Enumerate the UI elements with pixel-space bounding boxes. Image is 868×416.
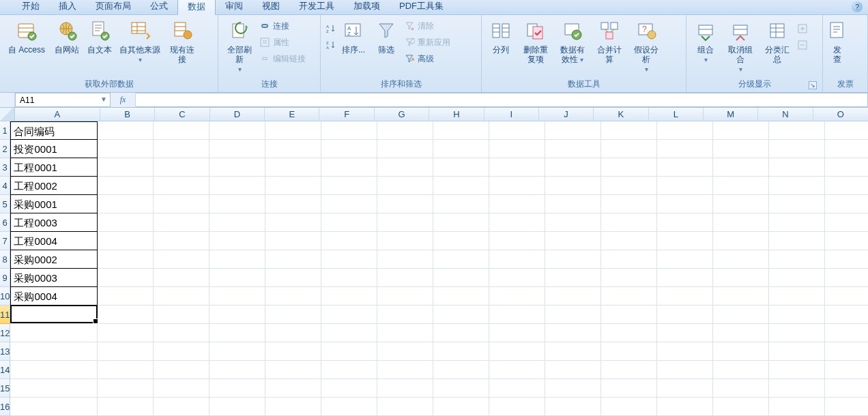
row-header[interactable]: 13 [0, 342, 10, 361]
cell[interactable] [209, 306, 265, 324]
cell[interactable] [713, 177, 769, 195]
cell[interactable] [713, 269, 769, 287]
cell[interactable] [209, 361, 265, 379]
cell[interactable] [98, 324, 154, 342]
cell[interactable] [601, 140, 657, 158]
cell[interactable] [321, 195, 377, 213]
cell[interactable] [769, 121, 825, 140]
cell[interactable] [377, 324, 433, 342]
cell[interactable] [657, 250, 713, 269]
cell[interactable] [377, 250, 433, 269]
cell[interactable] [10, 361, 98, 379]
cell[interactable] [545, 306, 601, 324]
cell[interactable] [10, 306, 98, 324]
cell[interactable] [489, 361, 545, 379]
cell[interactable] [545, 379, 601, 398]
cell[interactable] [657, 361, 713, 379]
text-to-columns-button[interactable]: 分列 [486, 18, 516, 72]
cell[interactable] [98, 213, 154, 232]
ungroup-button[interactable]: 取消组合 [723, 18, 757, 74]
cell[interactable] [321, 306, 377, 324]
cell[interactable] [657, 287, 713, 306]
col-header[interactable]: G [375, 108, 429, 121]
cell[interactable] [713, 121, 769, 140]
cell[interactable] [377, 232, 433, 250]
cell[interactable] [601, 306, 657, 324]
cell[interactable]: 工程0003 [10, 213, 98, 232]
tab-addins[interactable]: 加载项 [344, 0, 390, 14]
cell[interactable] [545, 177, 601, 195]
cell[interactable] [321, 121, 377, 140]
cell[interactable] [433, 324, 489, 342]
cell[interactable] [825, 342, 868, 361]
group-button[interactable]: 组合 [691, 18, 721, 72]
cell[interactable] [545, 287, 601, 306]
cell[interactable] [433, 398, 489, 416]
cell[interactable] [713, 342, 769, 361]
cell[interactable] [601, 361, 657, 379]
cell[interactable] [265, 140, 321, 158]
cell[interactable] [377, 158, 433, 177]
cell[interactable] [265, 250, 321, 269]
sort-desc-button[interactable]: ZA [325, 38, 336, 52]
cell[interactable] [265, 269, 321, 287]
cell[interactable] [265, 324, 321, 342]
cell[interactable] [489, 232, 545, 250]
cell[interactable] [545, 361, 601, 379]
row-header[interactable]: 3 [0, 158, 10, 177]
cell[interactable] [601, 177, 657, 195]
cell[interactable] [713, 361, 769, 379]
refresh-all-button[interactable]: 全部刷新 [222, 18, 257, 74]
cell[interactable] [545, 250, 601, 269]
cell[interactable] [154, 269, 209, 287]
row-header[interactable]: 7 [0, 232, 10, 250]
cell[interactable] [209, 287, 265, 306]
cell[interactable] [154, 306, 209, 324]
cell[interactable] [377, 342, 433, 361]
cell[interactable] [545, 324, 601, 342]
cell[interactable] [657, 213, 713, 232]
cell[interactable] [154, 158, 209, 177]
cell[interactable] [154, 140, 209, 158]
col-header[interactable]: F [319, 108, 374, 121]
cell[interactable] [657, 232, 713, 250]
cell[interactable] [489, 195, 545, 213]
col-header[interactable]: B [100, 108, 155, 121]
cell[interactable]: 工程0001 [10, 158, 98, 177]
cell[interactable] [657, 379, 713, 398]
cell[interactable]: 工程0002 [10, 177, 98, 195]
cell[interactable] [601, 213, 657, 232]
row-header[interactable]: 12 [0, 324, 10, 342]
cell[interactable] [657, 195, 713, 213]
cell[interactable] [209, 232, 265, 250]
row-header[interactable]: 10 [0, 287, 10, 306]
cell[interactable] [98, 398, 154, 416]
cell[interactable] [321, 232, 377, 250]
cell[interactable]: 工程0004 [10, 232, 98, 250]
cell[interactable] [377, 287, 433, 306]
cell[interactable] [321, 177, 377, 195]
cell[interactable] [321, 158, 377, 177]
cell[interactable] [321, 398, 377, 416]
cell[interactable] [154, 195, 209, 213]
cell[interactable] [769, 195, 825, 213]
sort-button[interactable]: AZ 排序... [338, 18, 368, 72]
cell[interactable] [154, 361, 209, 379]
col-header[interactable]: M [704, 108, 758, 121]
cell[interactable] [601, 195, 657, 213]
help-icon[interactable]: ? [852, 1, 863, 12]
cell[interactable] [265, 361, 321, 379]
row-header[interactable]: 11 [0, 306, 10, 324]
col-header[interactable]: N [758, 108, 813, 121]
col-header[interactable]: A [15, 108, 100, 121]
cell[interactable] [265, 158, 321, 177]
cell[interactable] [769, 398, 825, 416]
tab-insert[interactable]: 插入 [49, 0, 86, 14]
cell[interactable] [545, 342, 601, 361]
cell[interactable] [769, 232, 825, 250]
cell[interactable] [98, 250, 154, 269]
cell[interactable] [825, 140, 868, 158]
cell[interactable] [769, 177, 825, 195]
name-box[interactable]: A11 ▼ [15, 93, 111, 107]
cell[interactable] [321, 379, 377, 398]
